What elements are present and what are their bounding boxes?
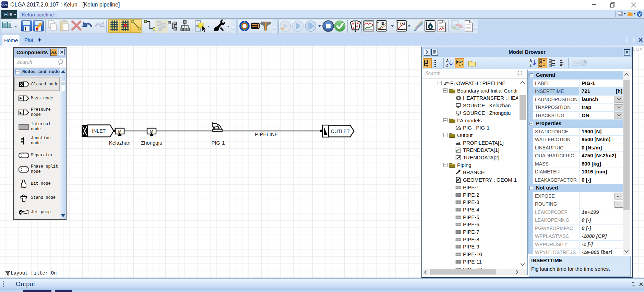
svg-text:Kelazhan: Kelazhan bbox=[109, 140, 131, 146]
svg-text:INLET: INLET bbox=[92, 128, 106, 134]
svg-text:PIPELINE: PIPELINE bbox=[255, 131, 278, 137]
svg-text:OUTLET: OUTLET bbox=[331, 129, 350, 134]
svg-text:A: A bbox=[446, 59, 449, 63]
svg-text:Z: Z bbox=[529, 63, 532, 67]
svg-text:?: ? bbox=[638, 12, 641, 17]
svg-text:Zhongqiu: Zhongqiu bbox=[141, 140, 163, 146]
svg-text:PIG-1: PIG-1 bbox=[211, 140, 225, 146]
svg-text:A: A bbox=[529, 59, 532, 63]
svg-text:Z: Z bbox=[446, 63, 448, 67]
